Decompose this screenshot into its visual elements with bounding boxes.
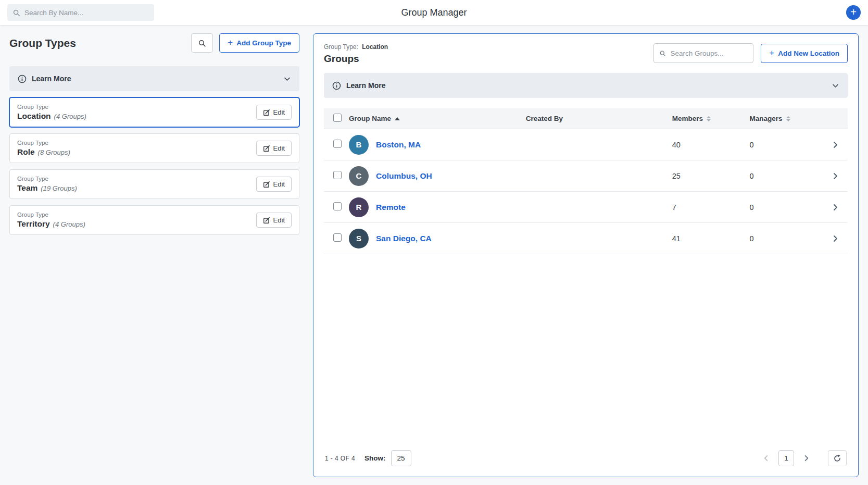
groups-search[interactable]: [653, 43, 753, 63]
row-chevron-right-icon[interactable]: [823, 141, 848, 149]
app-title: Group Manager: [401, 7, 467, 18]
row-checkbox[interactable]: [333, 202, 342, 210]
next-page-button[interactable]: [800, 452, 812, 464]
group-type-card-territory[interactable]: Group Type Territory (4 Groups) Edit: [9, 205, 299, 235]
plus-icon: +: [769, 48, 774, 57]
group-name-link[interactable]: Boston, MA: [376, 140, 421, 150]
learn-more-label: Learn More: [32, 74, 71, 83]
table-footer: 1 - 4 OF 4 Show: 25 1: [324, 443, 848, 467]
group-types-title: Group Types: [9, 37, 76, 49]
group-type-name: Territory: [17, 219, 50, 229]
group-type-name: Team: [17, 183, 37, 193]
group-type-breadcrumb-value: Location: [362, 43, 388, 51]
edit-button[interactable]: Edit: [256, 177, 292, 192]
avatar: S: [349, 229, 369, 248]
group-type-breadcrumb-label: Group Type:: [324, 43, 358, 51]
group-type-count: (4 Groups): [53, 220, 85, 228]
info-icon: [332, 81, 341, 90]
edit-pencil-icon: [263, 217, 270, 224]
sort-icon: [707, 116, 711, 121]
search-icon: [659, 49, 666, 57]
page-size-selector[interactable]: 25: [391, 450, 411, 466]
group-name-link[interactable]: Columbus, OH: [376, 171, 432, 181]
group-type-card-role[interactable]: Group Type Role (8 Groups) Edit: [9, 133, 299, 163]
avatar: C: [349, 166, 369, 186]
info-icon: [18, 74, 27, 83]
edit-button[interactable]: Edit: [256, 105, 292, 120]
group-type-name: Location: [17, 111, 51, 121]
sort-icon: [786, 116, 790, 121]
group-name-link[interactable]: San Diego, CA: [376, 234, 432, 243]
edit-pencil-icon: [263, 145, 270, 152]
add-group-type-label: Add Group Type: [236, 39, 291, 47]
group-name-link[interactable]: Remote: [376, 203, 406, 212]
refresh-icon: [833, 454, 841, 463]
group-type-count: (4 Groups): [54, 113, 86, 120]
managers-cell: 0: [750, 141, 823, 149]
avatar: B: [349, 135, 369, 155]
current-page-button[interactable]: 1: [778, 450, 794, 466]
column-header-created-by[interactable]: Created By: [526, 115, 672, 122]
edit-pencil-icon: [263, 181, 270, 188]
edit-label: Edit: [273, 180, 285, 188]
results-range: 1 - 4 OF 4: [325, 455, 355, 462]
group-type-label: Group Type: [17, 212, 85, 218]
table-row: C Columbus, OH 25 0: [324, 160, 848, 192]
search-icon: [198, 39, 206, 47]
edit-button[interactable]: Edit: [256, 213, 292, 228]
learn-more-label: Learn More: [346, 81, 385, 90]
add-group-type-button[interactable]: + Add Group Type: [219, 33, 299, 53]
add-new-location-label: Add New Location: [778, 49, 839, 57]
table-row: S San Diego, CA 41 0: [324, 223, 848, 254]
group-type-card-team[interactable]: Group Type Team (19 Groups) Edit: [9, 169, 299, 199]
column-header-group-name[interactable]: Group Name: [349, 115, 526, 122]
groups-title: Groups: [324, 53, 388, 65]
row-checkbox[interactable]: [333, 233, 342, 242]
row-checkbox[interactable]: [333, 140, 342, 148]
add-new-location-button[interactable]: + Add New Location: [761, 44, 848, 63]
learn-more-accordion[interactable]: Learn More: [324, 73, 848, 98]
row-checkbox[interactable]: [333, 171, 342, 179]
members-cell: 7: [672, 203, 750, 212]
row-chevron-right-icon[interactable]: [823, 172, 848, 180]
chevron-left-icon: [762, 454, 770, 462]
group-type-name: Role: [17, 147, 35, 157]
group-type-label: Group Type: [17, 104, 86, 110]
table-row: R Remote 7 0: [324, 192, 848, 223]
column-header-members[interactable]: Members: [672, 115, 750, 122]
learn-more-accordion[interactable]: Learn More: [9, 66, 299, 91]
group-types-panel: Group Types + Add Group Type Learn More …: [9, 33, 299, 235]
global-search[interactable]: [7, 4, 154, 21]
managers-cell: 0: [750, 172, 823, 180]
prev-page-button[interactable]: [760, 452, 772, 464]
group-type-card-location[interactable]: Group Type Location (4 Groups) Edit: [9, 97, 299, 127]
group-type-label: Group Type: [17, 176, 77, 182]
refresh-button[interactable]: [828, 450, 847, 466]
groups-panel: Group Type: Location Groups + Add New Lo…: [313, 33, 859, 477]
avatar: R: [349, 197, 369, 217]
group-type-count: (19 Groups): [41, 184, 77, 192]
row-chevron-right-icon[interactable]: [823, 203, 848, 212]
edit-label: Edit: [273, 216, 285, 224]
search-icon: [12, 9, 20, 17]
managers-cell: 0: [750, 203, 823, 212]
show-label: Show:: [364, 454, 386, 462]
edit-button[interactable]: Edit: [256, 141, 292, 156]
plus-icon: +: [228, 38, 233, 47]
edit-label: Edit: [273, 108, 285, 116]
row-chevron-right-icon[interactable]: [823, 234, 848, 243]
main-content: Group Types + Add Group Type Learn More …: [0, 25, 868, 485]
group-types-search-button[interactable]: [191, 33, 213, 53]
table-row: B Boston, MA 40 0: [324, 129, 848, 160]
global-add-button[interactable]: +: [846, 5, 861, 20]
group-type-label: Group Type: [17, 140, 70, 146]
global-search-input[interactable]: [24, 9, 149, 17]
groups-search-input[interactable]: [670, 49, 748, 57]
chevron-down-icon: [832, 82, 839, 90]
column-header-managers[interactable]: Managers: [750, 115, 823, 122]
select-all-checkbox[interactable]: [333, 114, 342, 122]
members-cell: 40: [672, 141, 750, 149]
table-header: Group Name Created By Members Managers: [324, 108, 848, 129]
group-type-count: (8 Groups): [38, 148, 70, 156]
managers-cell: 0: [750, 234, 823, 243]
